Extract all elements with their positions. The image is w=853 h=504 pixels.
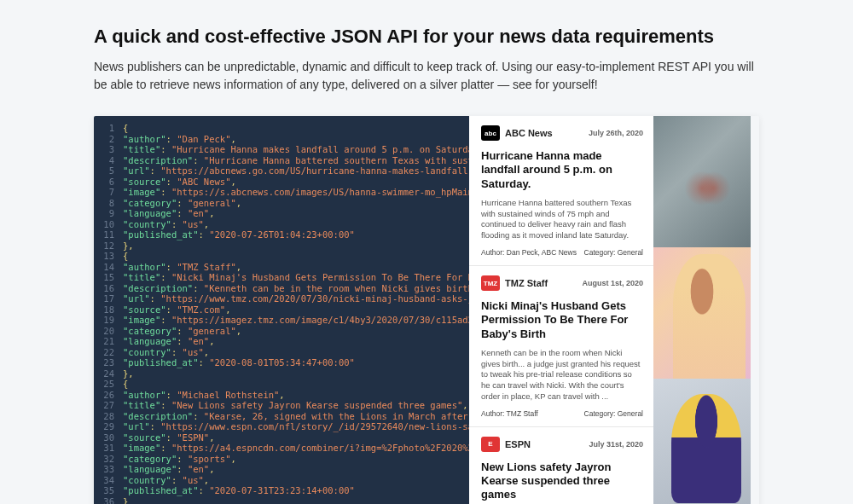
line-number: 9 xyxy=(94,208,123,219)
code-line: 4 "description": "Hurricane Hanna batter… xyxy=(94,155,469,166)
source-name: ABC News xyxy=(505,128,553,138)
line-number: 15 xyxy=(94,272,123,283)
code-line: 15 "title": "Nicki Minaj's Husband Gets … xyxy=(94,272,469,283)
card-category: Category: General xyxy=(584,248,643,257)
code-content: "country": "us", xyxy=(123,219,209,230)
line-number: 12 xyxy=(94,240,123,252)
card-description: Hurricane Hanna battered southern Texas … xyxy=(481,198,643,241)
code-content: "country": "us", xyxy=(123,347,209,358)
code-line: 8 "category": "general", xyxy=(94,198,469,209)
card-category: Category: General xyxy=(584,409,643,418)
code-line: 27 "title": "New Lions safety Jayron Kea… xyxy=(94,400,469,411)
line-number: 22 xyxy=(94,347,123,358)
code-line: 29 "url": "https://www.espn.com/nfl/stor… xyxy=(94,421,469,432)
line-number: 23 xyxy=(94,357,123,368)
line-number: 30 xyxy=(94,432,123,443)
code-line: 14 "author": "TMZ Staff", xyxy=(94,262,469,273)
code-line: 13{ xyxy=(94,251,469,262)
code-content: "source": "ESPN", xyxy=(123,432,215,443)
line-number: 2 xyxy=(94,134,123,145)
code-content: "author": "Michael Rothstein", xyxy=(123,390,285,401)
code-line: 30 "source": "ESPN", xyxy=(94,432,469,443)
line-number: 26 xyxy=(94,390,123,401)
code-content: { xyxy=(123,251,128,262)
code-content: }, xyxy=(123,368,134,379)
card-date: July 26th, 2020 xyxy=(589,129,643,137)
line-number: 13 xyxy=(94,251,123,262)
line-number: 11 xyxy=(94,229,123,240)
news-preview-column: abcABC NewsJuly 26th, 2020Hurricane Hann… xyxy=(469,116,653,504)
code-content: }, xyxy=(123,240,134,252)
code-content: "image": "https://a4.espncdn.com/combine… xyxy=(123,443,469,454)
line-number: 36 xyxy=(94,496,123,505)
line-number: 25 xyxy=(94,379,123,390)
line-number: 3 xyxy=(94,144,123,155)
news-card: TMZTMZ StaffAugust 1st, 2020Nicki Minaj'… xyxy=(469,266,653,427)
code-content: "title": "Nicki Minaj's Husband Gets Per… xyxy=(123,272,469,283)
card-author: Author: TMZ Staff xyxy=(481,409,538,418)
line-number: 5 xyxy=(94,165,123,177)
code-content: { xyxy=(123,379,128,390)
code-content: "image": "https://s.abcnews.com/images/U… xyxy=(123,187,469,198)
card-title: Nicki Minaj's Husband Gets Permission To… xyxy=(481,299,643,341)
code-line: 5 "url": "https://abcnews.go.com/US/hurr… xyxy=(94,165,469,177)
line-number: 7 xyxy=(94,187,123,198)
thumbnail-hurricane xyxy=(653,116,751,247)
line-number: 35 xyxy=(94,485,123,496)
source-badge-icon: E xyxy=(481,437,500,452)
line-number: 21 xyxy=(94,336,123,347)
code-line: 26 "author": "Michael Rothstein", xyxy=(94,390,469,401)
thumbnail-nicki xyxy=(653,247,751,379)
code-content: "description": "Hurricane Hanna battered… xyxy=(123,155,469,166)
line-number: 29 xyxy=(94,421,123,432)
source-badge-icon: TMZ xyxy=(481,275,500,291)
line-number: 33 xyxy=(94,464,123,475)
card-source: abcABC News xyxy=(481,125,553,141)
code-line: 21 "language": "en", xyxy=(94,336,469,347)
code-content: "author": "Dan Peck", xyxy=(123,134,236,145)
demo-panel: 1{2 "author": "Dan Peck",3 "title": "Hur… xyxy=(94,116,759,504)
line-number: 28 xyxy=(94,411,123,422)
line-number: 1 xyxy=(94,123,123,134)
page-heading: A quick and cost-effective JSON API for … xyxy=(94,26,759,48)
line-number: 8 xyxy=(94,198,123,209)
code-line: 34 "country": "us", xyxy=(94,475,469,486)
line-number: 4 xyxy=(94,155,123,166)
code-content: "source": "ABC News", xyxy=(123,177,236,188)
code-line: 16 "description": "Kenneth can be in the… xyxy=(94,283,469,294)
code-content: "author": "TMZ Staff", xyxy=(123,262,241,273)
code-line: 35 "published_at": "2020-07-31T23:23:14+… xyxy=(94,485,469,496)
thumbnail-column xyxy=(653,116,751,504)
code-line: 11 "published_at": "2020-07-26T01:04:23+… xyxy=(94,229,469,240)
code-line: 17 "url": "https://www.tmz.com/2020/07/3… xyxy=(94,293,469,304)
card-date: July 31st, 2020 xyxy=(589,440,643,449)
code-line: 31 "image": "https://a4.espncdn.com/comb… xyxy=(94,443,469,454)
code-content: "url": "https://abcnews.go.com/US/hurric… xyxy=(123,165,469,177)
code-content: "description": "Kenneth can be in the ro… xyxy=(123,283,469,294)
line-number: 34 xyxy=(94,475,123,486)
line-number: 14 xyxy=(94,262,123,273)
code-line: 12}, xyxy=(94,240,469,252)
code-content: "url": "https://www.espn.com/nfl/story/_… xyxy=(123,421,469,432)
code-content: "published_at": "2020-07-31T23:23:14+00:… xyxy=(123,485,355,496)
page-lead: News publishers can be unpredictable, dy… xyxy=(94,58,759,94)
card-author: Author: Dan Peck, ABC News xyxy=(481,248,577,257)
line-number: 24 xyxy=(94,368,123,379)
code-line: 1{ xyxy=(94,123,469,134)
code-line: 10 "country": "us", xyxy=(94,219,469,230)
line-number: 16 xyxy=(94,283,123,294)
code-content: "title": "Hurricane Hanna makes landfall… xyxy=(123,144,469,155)
code-line: 22 "country": "us", xyxy=(94,347,469,358)
source-name: TMZ Staff xyxy=(505,278,548,288)
json-code-sample: 1{2 "author": "Dan Peck",3 "title": "Hur… xyxy=(94,116,469,504)
code-line: 24}, xyxy=(94,368,469,379)
code-line: 9 "language": "en", xyxy=(94,208,469,219)
code-line: 18 "source": "TMZ.com", xyxy=(94,304,469,316)
code-content: "language": "en", xyxy=(123,464,215,475)
line-number: 20 xyxy=(94,326,123,337)
code-line: 23 "published_at": "2020-08-01T05:34:47+… xyxy=(94,357,469,368)
card-title: New Lions safety Jayron Kearse suspended… xyxy=(481,461,643,502)
code-content: "image": "https://imagez.tmz.com/image/c… xyxy=(123,315,469,326)
code-content: "published_at": "2020-07-26T01:04:23+00:… xyxy=(123,229,355,240)
news-card: abcABC NewsJuly 26th, 2020Hurricane Hann… xyxy=(469,116,653,266)
